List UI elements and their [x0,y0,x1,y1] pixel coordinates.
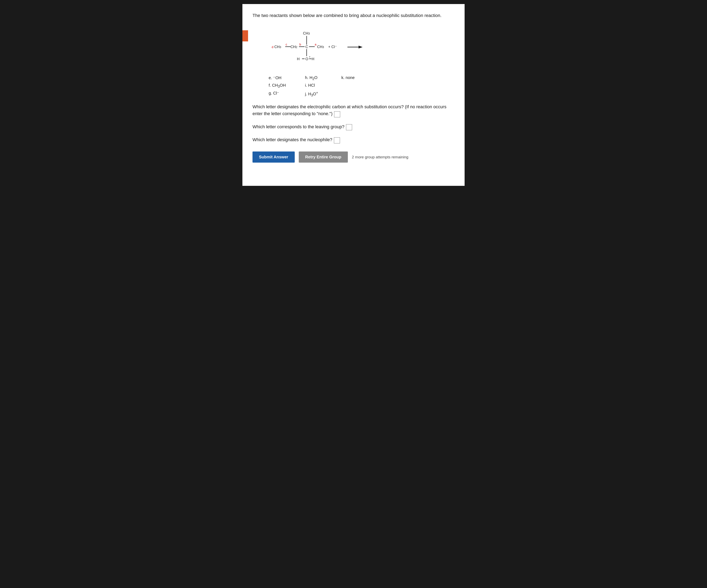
ch3-top: CH3 [303,31,310,35]
answer-k: k. none [341,75,372,81]
answer-i: i. HCl [305,83,341,89]
ch2-c: CH2 [291,45,297,49]
ch3-a: CH3 [317,45,324,49]
answer-h: h. H2O [305,75,341,81]
intro-text: The two reactants shown below are combin… [252,12,454,19]
ch3-d: CH3 [274,45,281,49]
answer-empty2 [341,91,372,97]
attempts-text: 2 more group attempts remaining [352,155,408,160]
page-container: The two reactants shown below are combin… [242,4,465,186]
answer-e: e. ⁻OH [269,75,305,81]
label-d: d [272,45,273,49]
answer-input-3[interactable] [334,137,340,143]
label-a: a [315,43,316,46]
question-3-text: Which letter designates the nucleophile? [252,137,332,142]
plus-sign: + Cl⁻ [328,45,337,49]
svg-marker-8 [359,46,363,48]
answer-input-2[interactable] [346,124,352,130]
positive-charge: + [309,55,310,58]
question-3-section: Which letter designates the nucleophile? [252,136,454,143]
answer-g: g. Cl⁻ [269,91,305,97]
central-c: C [305,45,308,49]
molecule-diagram: d CH3 c CH2 b C a CH3 CH3 [269,25,345,69]
answers-grid: e. ⁻OH h. H2O k. none f. CH3OH i. HCl g.… [269,75,454,97]
question-1-text: Which letter designates the electrophili… [252,104,446,116]
chemistry-section: d CH3 c CH2 b C a CH3 CH3 [269,25,454,69]
question-2-section: Which letter corresponds to the leaving … [252,124,454,131]
answer-j: j. H3O+ [305,91,341,97]
question-2-text: Which letter corresponds to the leaving … [252,124,344,129]
answer-f: f. CH3OH [269,83,305,89]
question-1-section: Which letter designates the electrophili… [252,103,454,117]
answer-empty [341,83,372,89]
oxygen: O [305,57,308,61]
label-b: b [299,43,301,46]
h-right: H [312,57,314,61]
reaction-arrow [347,44,364,50]
buttons-row: Submit Answer Retry Entire Group 2 more … [252,151,454,163]
orange-indicator [242,30,248,41]
retry-button[interactable]: Retry Entire Group [299,151,348,163]
label-c: c [285,43,287,46]
submit-button[interactable]: Submit Answer [252,151,295,163]
h-left: H [297,57,300,61]
answer-input-1[interactable] [334,111,340,117]
